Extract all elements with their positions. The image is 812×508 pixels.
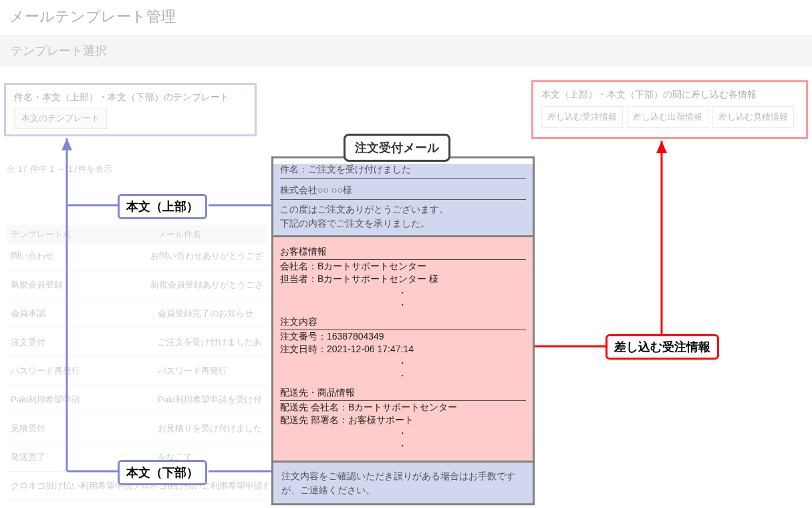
connector-red	[0, 0, 812, 508]
lower-body-tag: 本文（下部）	[118, 460, 207, 485]
mail-title-tag: 注文受付メール	[344, 134, 450, 162]
svg-marker-8	[656, 141, 667, 153]
insert-order-tag: 差し込む受注情報	[605, 334, 719, 360]
upper-body-tag: 本文（上部）	[118, 194, 207, 219]
